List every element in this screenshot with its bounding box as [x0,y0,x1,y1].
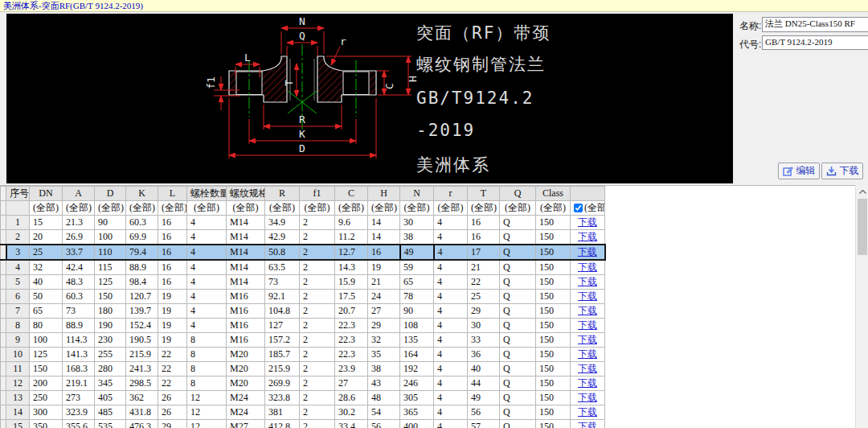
cell-editing-N[interactable]: 49 [400,245,434,260]
cell-K[interactable]: 476.3 [126,420,158,428]
cell-C[interactable]: 20.7 [335,304,368,319]
cell-K[interactable]: 139.7 [126,304,158,319]
cell-L[interactable]: 19 [158,333,187,348]
scrollbar-thumb[interactable] [858,199,867,255]
cell-序号[interactable]: 3 [6,245,30,260]
table-row[interactable]: 15350355.6535476.32912M27412.8233.456400… [1,420,605,428]
cell-D[interactable]: 190 [95,319,126,333]
cell-R[interactable]: 381 [265,405,300,420]
download-link[interactable]: 下载 [578,290,597,302]
cell-D[interactable]: 125 [95,275,126,290]
download-link[interactable]: 下载 [578,392,597,403]
cell-R[interactable]: 50.8 [265,245,300,260]
cell-螺栓数量n[interactable]: 4 [187,245,227,260]
cell-DN[interactable]: 125 [30,348,63,362]
cell-Q[interactable]: Q [500,405,536,420]
cell-R[interactable]: 269.9 [265,377,300,391]
code-input[interactable]: GB/T 9124.2-2019 [762,35,868,50]
cell-序号[interactable]: 11 [6,362,30,377]
cell-螺纹规格[interactable]: M14 [227,260,265,275]
cell-螺栓数量n[interactable]: 4 [187,216,227,230]
cell-Class[interactable]: 150 [536,245,571,260]
cell-N[interactable]: 90 [400,304,434,319]
cell-Q[interactable]: Q [500,216,536,230]
cell-f1[interactable]: 2 [300,391,335,405]
filter-Q[interactable]: (全部) [500,201,536,216]
cell-螺纹规格[interactable]: M16 [227,290,265,304]
cell-T[interactable]: 36 [468,348,500,362]
cell-C[interactable]: 22.3 [335,348,368,362]
download-link[interactable]: 下载 [578,319,597,331]
name-input[interactable]: 法兰 DN25-Class150 RF [762,17,868,32]
download-link[interactable]: 下载 [578,305,597,316]
cell-T[interactable]: 16 [468,230,500,245]
cell-H[interactable]: 35 [368,348,400,362]
cell-H[interactable]: 24 [368,290,400,304]
cell-螺纹规格[interactable]: M14 [227,245,265,260]
cell-A[interactable]: 26.9 [63,230,95,245]
cell-螺纹规格[interactable]: M14 [227,230,265,245]
filter-L[interactable]: (全部) [158,201,187,216]
cell-N[interactable]: 400 [400,420,434,428]
cell-K[interactable]: 69.9 [126,230,158,245]
cell-DN[interactable]: 25 [30,245,63,260]
cell-download[interactable]: 下载 [571,245,605,260]
download-link[interactable]: 下载 [578,406,597,418]
cell-R[interactable]: 323.8 [265,391,300,405]
cell-L[interactable]: 16 [158,216,187,230]
cell-A[interactable]: 33.7 [63,245,95,260]
cell-T[interactable]: 30 [468,319,500,333]
cell-K[interactable]: 152.4 [126,319,158,333]
cell-Class[interactable]: 150 [536,304,571,319]
cell-螺纹规格[interactable]: M20 [227,362,265,377]
cell-序号[interactable]: 13 [6,391,30,405]
cell-DN[interactable]: 15 [30,216,63,230]
cell-download[interactable]: 下载 [571,319,605,333]
cell-螺纹规格[interactable]: M24 [227,391,265,405]
cell-download[interactable]: 下载 [571,377,605,391]
cell-DN[interactable]: 150 [30,362,63,377]
cell-螺纹规格[interactable]: M16 [227,319,265,333]
cell-K[interactable]: 362 [126,391,158,405]
cell-Q[interactable]: Q [500,420,536,428]
cell-r[interactable]: 4 [434,391,468,405]
cell-R[interactable]: 215.9 [265,362,300,377]
cell-K[interactable]: 88.9 [126,260,158,275]
filter-D[interactable]: (全部) [95,201,126,216]
cell-Class[interactable]: 150 [536,230,571,245]
cell-T[interactable]: 57 [468,420,500,428]
cell-螺栓数量n[interactable]: 4 [187,230,227,245]
cell-N[interactable]: 78 [400,290,434,304]
cell-Class[interactable]: 150 [536,377,571,391]
cell-download[interactable]: 下载 [571,260,605,275]
cell-D[interactable]: 535 [95,420,126,428]
cell-Class[interactable]: 150 [536,319,571,333]
cell-L[interactable]: 16 [158,260,187,275]
cell-f1[interactable]: 2 [300,420,335,428]
cell-C[interactable]: 22.3 [335,333,368,348]
table-row[interactable]: 54048.312598.4164M1473215.92165422Q150下载 [1,275,605,290]
cell-download[interactable]: 下载 [571,216,605,230]
cell-螺栓数量n[interactable]: 8 [187,362,227,377]
cell-N[interactable]: 246 [400,377,434,391]
cell-A[interactable]: 42.4 [63,260,95,275]
filter-H[interactable]: (全部) [368,201,400,216]
cell-R[interactable]: 157.2 [265,333,300,348]
cell-序号[interactable]: 15 [6,420,30,428]
cell-D[interactable]: 100 [95,230,126,245]
cell-K[interactable]: 431.8 [126,405,158,420]
download-link[interactable]: 下载 [578,334,597,345]
cell-L[interactable]: 19 [158,319,187,333]
cell-N[interactable]: 65 [400,275,434,290]
cell-f1[interactable]: 2 [300,230,335,245]
table-row[interactable]: 14300323.9485431.82612M24381230.25436545… [1,405,605,420]
cell-C[interactable]: 22.3 [335,319,368,333]
cell-DN[interactable]: 50 [30,290,63,304]
download-link[interactable]: 下载 [578,348,597,360]
filter-f1[interactable]: (全部) [300,201,335,216]
cell-C[interactable]: 28.6 [335,391,368,405]
cell-螺栓数量n[interactable]: 12 [187,405,227,420]
cell-f1[interactable]: 2 [300,377,335,391]
cell-螺栓数量n[interactable]: 4 [187,260,227,275]
cell-Q[interactable]: Q [500,319,536,333]
